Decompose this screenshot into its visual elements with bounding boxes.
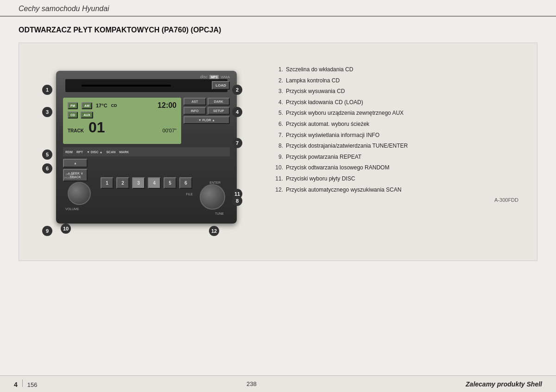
num-btn-1[interactable]: 1 [101,177,114,189]
track-label: TRACK [68,128,84,133]
ann-num-8: 8. [274,143,283,150]
track-time: 00'07" [163,128,177,133]
callout-6: 6 [42,163,52,174]
tune-knob[interactable] [200,184,225,210]
cd-label: CD [111,103,117,108]
callout-3: 3 [42,107,52,117]
ann-item-10: 10. Przycisk odtwarzania losowego RANDOM [274,164,528,172]
ann-text-2: Lampka kontrolna CD [286,77,340,85]
ast-button[interactable]: AST [183,98,206,106]
volume-knob[interactable] [68,182,91,205]
load-button[interactable]: LOAD [212,81,230,90]
ann-text-8: Przycisk dostrajania/zatwierdzania TUNE/… [286,143,408,150]
ann-text-12: Przycisk automatycznego wyszukiwania SCA… [286,187,401,194]
num-btn-3[interactable]: 3 [132,177,145,189]
annotations-list: 1. Szczelina do wkładania CD 2. Lampka k… [274,52,528,251]
setup-button[interactable]: SETUP [208,107,230,115]
rdb-row-3: ▼ FLDR ▲ [183,116,230,124]
ann-item-9: 9. Przycisk powtarzania REPEAT [274,154,528,161]
eject-button[interactable]: ▲ [63,159,88,168]
am-btn[interactable]: AM [82,102,92,109]
radio-container: disc MP3 WMA LOAD FM AM 17°C CD 12:00 [33,52,260,251]
ann-item-1: 1. Szczelina do wkładania CD [274,66,528,74]
display-top-row: FM AM 17°C CD 12:00 [68,101,177,110]
ann-item-7: 7. Przycisk wyświetlania informacji INFO [274,132,528,139]
callout-2: 2 [232,85,242,95]
ann-text-3: Przycisk wysuwania CD [286,88,345,95]
ann-item-6: 6. Przycisk automat. wyboru ścieżek [274,121,528,128]
section-title: ODTWARZACZ PŁYT KOMPAKTOWYCH (PA760) (OP… [19,26,537,34]
track-number: 01 [88,120,105,135]
mp3-logo: MP3 [209,75,219,79]
enter-label: ENTER [209,181,221,184]
footer-divider [22,380,23,387]
ann-item-8: 8. Przycisk dostrajania/zatwierdzania TU… [274,143,528,150]
track-row: TRACK 01 00'07" [68,120,177,135]
num-btn-6[interactable]: 6 [179,177,192,189]
ann-item-3: 3. Przycisk wysuwania CD [274,88,528,95]
aux-btn[interactable]: AUX [81,112,93,118]
radio-body: disc MP3 WMA LOAD FM AM 17°C CD 12:00 [56,71,237,224]
callout-4: 4 [232,107,242,117]
ref-code: A-300FDD [274,197,528,203]
ann-item-11: 11. Przyciski wyboru płyty DISC [274,175,528,183]
fm-btn[interactable]: FM [68,102,78,109]
right-display-buttons: AST DARK INFO SETUP ▼ FLDR ▲ [183,98,230,124]
fldr-button[interactable]: ▼ FLDR ▲ [183,116,230,124]
main-content: ODTWARZACZ PŁYT KOMPAKTOWYCH (PA760) (OP… [0,17,556,266]
ann-text-9: Przycisk powtarzania REPEAT [286,154,361,161]
ann-num-4: 4. [274,99,283,106]
time-display: 12:00 [158,101,177,110]
rdb-row-1: AST DARK [183,98,230,106]
number-buttons-row: 1 2 3 4 5 6 [93,177,200,189]
num-btn-4[interactable]: 4 [148,177,161,189]
ann-text-7: Przycisk wyświetlania informacji INFO [286,132,379,139]
callout-5: 5 [42,149,52,160]
ann-num-7: 7. [274,132,283,139]
ann-item-12: 12. Przycisk automatycznego wyszukiwania… [274,187,528,194]
info-button[interactable]: INFO [183,107,206,115]
rdb-row-2: INFO SETUP [183,107,230,115]
ann-num-2: 2. [274,77,283,85]
ann-num-12: 12. [274,187,283,194]
ann-num-11: 11. [274,175,283,183]
scan-btn[interactable]: SCAN [106,150,115,154]
ann-text-5: Przycisk wyboru urządzenia zewnętrznego … [286,110,404,117]
page-footer: 4 156 238 Zalecamy produkty Shell [0,375,556,392]
ann-num-6: 6. [274,121,283,128]
num-btn-2[interactable]: 2 [116,177,129,189]
header-title: Cechy samochodu Hyundai [19,5,537,13]
display-screen: FM AM 17°C CD 12:00 CD AUX TRACK 01 00'0… [63,98,181,144]
num-btn-5[interactable]: 5 [164,177,177,189]
ann-num-9: 9. [274,154,283,161]
callout-10: 10 [61,224,71,234]
cd-mode-btn[interactable]: CD [68,112,78,118]
volume-label: VOLUME [65,207,79,211]
tune-label: TUNE [215,212,224,215]
rpt-btn[interactable]: RPT [76,150,83,154]
callout-7: 7 [232,138,242,148]
ann-item-5: 5. Przycisk wyboru urządzenia zewnętrzne… [274,110,528,117]
diagram-area: disc MP3 WMA LOAD FM AM 17°C CD 12:00 [19,43,537,261]
mark-btn[interactable]: MARK [119,150,129,154]
logo-area: disc MP3 WMA [200,75,230,79]
callout-12: 12 [209,226,219,236]
ann-num-5: 5. [274,110,283,117]
ann-item-4: 4. Przycisk ładowania CD (LOAD) [274,99,528,106]
mode-row2: CD AUX [68,112,177,118]
ann-text-10: Przycisk odtwarzania losowego RANDOM [286,164,389,172]
callout-11: 11 [232,189,242,199]
temp-display: 17°C [96,103,107,108]
ann-text-11: Przyciski wyboru płyty DISC [286,175,355,183]
top-right-area: disc MP3 WMA LOAD [200,75,230,90]
rdm-btn[interactable]: RDM [65,150,73,154]
bottom-bar: RDM RPT ▼ DISC ▲ SCAN MARK [63,147,230,156]
file-label: FILE [186,193,193,196]
callout-1: 1 [42,85,52,95]
ann-num-1: 1. [274,66,283,74]
footer-left: 4 156 [14,380,38,388]
page-header: Cechy samochodu Hyundai [0,0,556,17]
format-logo: WMA [221,75,230,79]
disc-btn[interactable]: ▼ DISC ▲ [87,150,102,154]
dark-button[interactable]: DARK [208,98,230,106]
